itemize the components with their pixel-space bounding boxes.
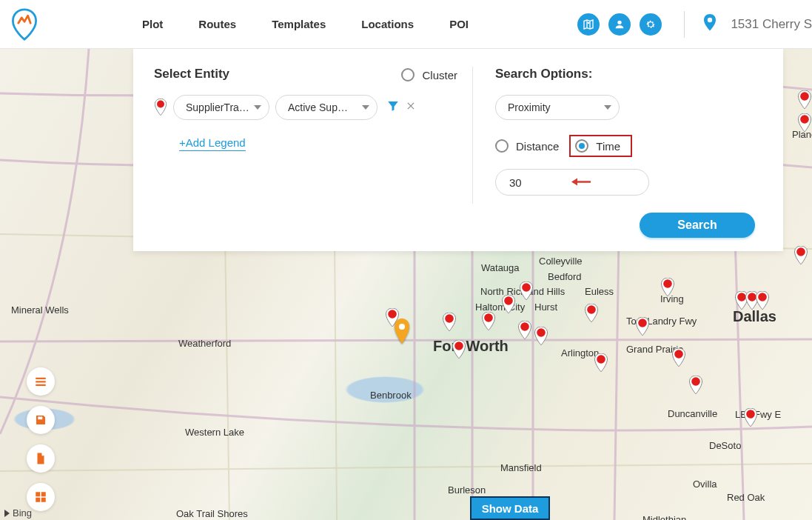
tool-list-button[interactable]	[27, 367, 55, 396]
svg-rect-25	[36, 381, 46, 382]
tool-save-button[interactable]	[27, 406, 55, 434]
entity-dropdown[interactable]: SupplierTra…	[173, 95, 269, 120]
svg-point-20	[796, 247, 805, 256]
nav-plot[interactable]: Plot	[142, 18, 163, 30]
tool-document-button[interactable]	[27, 444, 55, 473]
header-bar: Plot Routes Templates Locations POI 1531…	[0, 0, 812, 49]
result-pin-icon[interactable]	[688, 376, 703, 395]
svg-point-6	[504, 296, 513, 305]
svg-point-12	[638, 319, 647, 327]
result-pin-icon[interactable]	[743, 408, 758, 427]
city-label: Ovilla	[693, 479, 717, 490]
result-pin-icon[interactable]	[517, 321, 532, 340]
svg-point-37	[157, 101, 164, 108]
city-label: Bedford	[548, 271, 582, 282]
search-panel: Select Entity Cluster SupplierTra… Activ…	[133, 49, 783, 251]
tool-grid-button[interactable]	[27, 483, 55, 511]
result-pin-icon[interactable]	[755, 291, 770, 310]
result-pin-icon[interactable]	[519, 281, 534, 301]
search-options-column: Search Options: Proximity Distance Time …	[495, 67, 762, 238]
time-radio[interactable]	[575, 139, 588, 153]
arrow-left-icon	[570, 176, 591, 189]
svg-rect-26	[36, 384, 46, 386]
svg-point-22	[800, 115, 809, 124]
result-pin-icon[interactable]	[635, 317, 650, 336]
result-pin-icon[interactable]	[452, 340, 466, 359]
result-pin-icon[interactable]	[660, 278, 675, 297]
svg-point-1	[618, 20, 622, 24]
svg-point-5	[484, 313, 493, 322]
svg-point-0	[588, 21, 590, 24]
city-label: LBJ Fwy E	[735, 409, 781, 420]
cluster-toggle[interactable]: Cluster	[401, 68, 457, 81]
add-legend-link[interactable]: +Add Legend	[179, 136, 246, 151]
nav-poi[interactable]: POI	[449, 18, 469, 30]
app-logo[interactable]	[10, 8, 38, 41]
svg-point-4	[454, 341, 463, 350]
svg-point-21	[800, 92, 809, 101]
city-label: Watauga	[481, 262, 520, 273]
search-button[interactable]: Search	[640, 213, 755, 238]
search-origin-pin-icon	[393, 319, 411, 345]
svg-point-2	[388, 310, 397, 319]
view-dropdown[interactable]: Active Sup…	[275, 95, 378, 120]
result-pin-icon[interactable]	[481, 312, 496, 331]
result-pin-icon[interactable]	[534, 327, 548, 346]
city-label: Mineral Wells	[11, 304, 69, 316]
location-pin-icon	[702, 14, 717, 35]
svg-rect-24	[36, 378, 46, 379]
distance-radio[interactable]	[495, 139, 509, 153]
distance-label: Distance	[516, 140, 559, 153]
result-pin-icon[interactable]	[797, 90, 812, 110]
main-nav: Plot Routes Templates Locations POI	[142, 18, 469, 30]
value-text: 30	[509, 176, 522, 189]
current-address[interactable]: 1531 Cherry S	[731, 17, 812, 32]
city-label: Red Oak	[727, 492, 765, 503]
distance-option[interactable]: Distance	[495, 139, 559, 153]
proximity-dropdown[interactable]: Proximity	[495, 95, 620, 120]
value-input[interactable]: 30	[495, 169, 649, 196]
result-pin-icon[interactable]	[793, 246, 808, 265]
city-label: Western Lake	[185, 427, 244, 438]
result-pin-icon[interactable]	[797, 113, 812, 133]
svg-point-9	[537, 328, 546, 337]
clear-icon[interactable]	[406, 101, 416, 114]
svg-point-19	[746, 410, 755, 419]
filter-icon[interactable]	[386, 99, 400, 116]
svg-rect-27	[36, 492, 40, 496]
city-label: Mansfield	[500, 462, 542, 473]
city-label: Oak Trail Shores	[176, 508, 248, 519]
result-pin-icon[interactable]	[501, 295, 516, 314]
svg-point-18	[758, 293, 767, 301]
svg-rect-30	[41, 498, 46, 502]
svg-point-23	[399, 324, 405, 330]
map-toolbar	[27, 367, 55, 520]
map-mode-button[interactable]	[577, 13, 600, 36]
svg-point-15	[691, 377, 700, 386]
cluster-radio[interactable]	[401, 68, 415, 81]
time-option[interactable]: Time	[569, 135, 632, 157]
city-label: Duncanville	[668, 408, 717, 419]
result-pin-icon[interactable]	[594, 353, 608, 373]
show-data-button[interactable]: Show Data	[470, 496, 550, 520]
result-pin-icon[interactable]	[442, 313, 457, 332]
search-options-title: Search Options:	[495, 67, 762, 81]
nav-locations[interactable]: Locations	[361, 18, 414, 30]
panel-divider	[472, 67, 473, 204]
entity-column: Select Entity Cluster SupplierTra… Activ…	[154, 67, 465, 238]
city-label: Burleson	[448, 484, 486, 496]
nav-routes[interactable]: Routes	[198, 18, 236, 30]
separator	[684, 11, 685, 38]
user-button[interactable]	[608, 13, 631, 36]
city-label: Dallas	[733, 308, 776, 325]
svg-rect-28	[41, 492, 46, 496]
nav-templates[interactable]: Templates	[272, 18, 326, 30]
result-pin-icon[interactable]	[584, 304, 599, 323]
city-label: Colleyville	[539, 256, 583, 267]
city-label: Fort Worth	[433, 338, 509, 355]
svg-point-8	[522, 283, 531, 292]
svg-point-3	[445, 314, 454, 323]
header-actions: 1531 Cherry S	[577, 11, 812, 38]
result-pin-icon[interactable]	[671, 348, 686, 367]
settings-button[interactable]	[640, 13, 662, 36]
